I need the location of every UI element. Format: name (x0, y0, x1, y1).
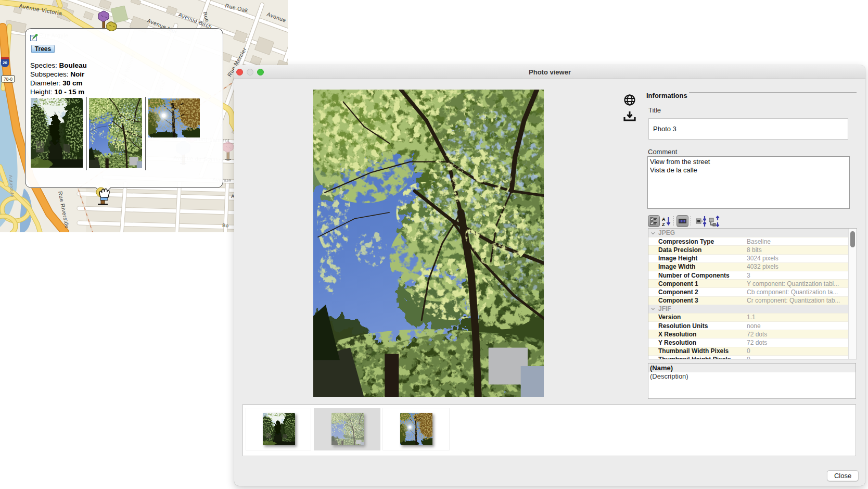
svg-text:78-0: 78-0 (4, 77, 12, 82)
svg-text:Z: Z (662, 222, 665, 227)
svg-text:20: 20 (3, 60, 7, 65)
svg-text:A: A (662, 217, 666, 222)
svg-text:Bo: Bo (222, 222, 229, 228)
